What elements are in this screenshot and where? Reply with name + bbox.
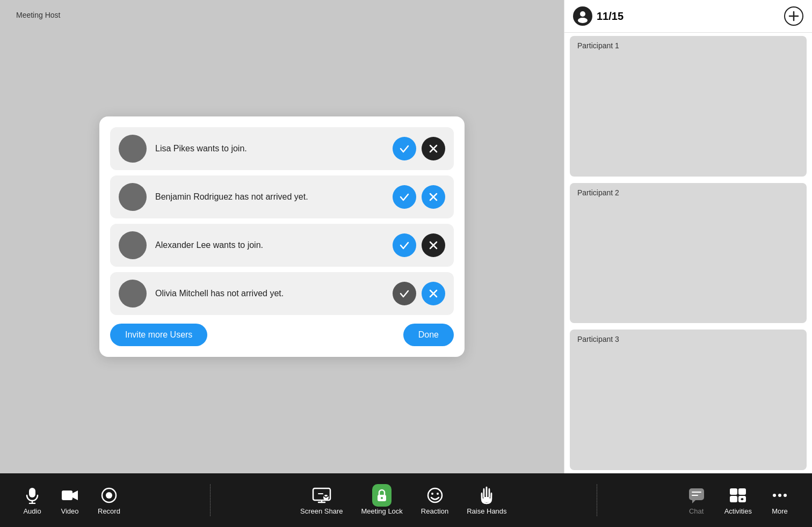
svg-rect-36 xyxy=(689,488,704,500)
svg-rect-13 xyxy=(29,488,35,497)
participant-row: Olivia Mitchell has not arrived yet. xyxy=(110,272,454,315)
participant-name: Benjamin Rodriguez has not arrived yet. xyxy=(155,192,387,202)
microphone-icon xyxy=(23,486,42,505)
chat-button[interactable]: Chat xyxy=(680,481,713,519)
avatar xyxy=(119,135,147,163)
chat-label: Chat xyxy=(689,507,704,515)
activities-button[interactable]: Activities xyxy=(718,481,758,519)
video-area: Meeting Host Lisa Pikes wants to join. B… xyxy=(0,0,564,473)
meeting-lock-icon xyxy=(372,486,392,505)
screen-share-label: Screen Share xyxy=(300,507,343,515)
reaction-label: Reaction xyxy=(421,507,448,515)
accept-button[interactable] xyxy=(393,233,416,257)
participants-icon xyxy=(573,6,592,26)
record-icon xyxy=(99,486,119,505)
svg-point-30 xyxy=(431,493,433,495)
toolbar-divider-left xyxy=(210,484,211,516)
svg-point-19 xyxy=(106,492,112,499)
toolbar-right: Chat Activities xyxy=(680,481,796,519)
screen-share-icon xyxy=(312,486,331,505)
screen-share-button[interactable]: Screen Share xyxy=(294,481,350,519)
record-button[interactable]: Record xyxy=(91,481,127,519)
svg-point-45 xyxy=(773,494,776,497)
reaction-icon xyxy=(425,486,445,505)
participant-row: Alexander Lee wants to join. xyxy=(110,224,454,267)
accept-button[interactable] xyxy=(393,137,416,160)
reaction-button[interactable]: Reaction xyxy=(415,481,455,519)
svg-point-46 xyxy=(778,494,781,497)
avatar xyxy=(119,183,147,211)
decline-button[interactable] xyxy=(422,137,445,160)
svg-point-10 xyxy=(578,18,588,23)
participant-row: Lisa Pikes wants to join. xyxy=(110,127,454,170)
svg-point-44 xyxy=(741,498,743,500)
main-area: Meeting Host Lisa Pikes wants to join. B… xyxy=(0,0,812,473)
more-icon xyxy=(770,486,789,505)
avatar xyxy=(119,231,147,259)
raise-hands-label: Raise Hands xyxy=(467,507,506,515)
record-label: Record xyxy=(98,507,120,515)
svg-rect-16 xyxy=(62,491,73,500)
svg-point-31 xyxy=(437,493,439,495)
meeting-lock-label: Meeting Lock xyxy=(361,507,403,515)
svg-marker-39 xyxy=(692,500,695,503)
video-label: Video xyxy=(61,507,78,515)
svg-marker-17 xyxy=(73,491,78,500)
chat-icon xyxy=(687,486,706,505)
dialog-footer: Invite more Users Done xyxy=(110,324,454,346)
svg-rect-41 xyxy=(738,488,746,495)
decline-button[interactable] xyxy=(422,185,445,209)
decline-button[interactable] xyxy=(422,233,445,257)
participant-name: Alexander Lee wants to join. xyxy=(155,240,387,250)
avatar xyxy=(119,280,147,308)
audio-button[interactable]: Audio xyxy=(16,481,48,519)
activities-label: Activities xyxy=(724,507,752,515)
participant-count: 11/15 xyxy=(597,10,784,23)
audio-label: Audio xyxy=(23,507,41,515)
participant-name: Olivia Mitchell has not arrived yet. xyxy=(155,289,387,298)
participant-name: Lisa Pikes wants to join. xyxy=(155,144,387,153)
sidebar-header: 11/15 xyxy=(564,0,812,33)
done-button[interactable]: Done xyxy=(403,324,454,346)
toolbar-center: Screen Share Meeting Lock xyxy=(294,481,513,519)
raise-hands-icon xyxy=(477,486,496,505)
more-button[interactable]: More xyxy=(764,481,796,519)
sidebar: 11/15 Participant 1 Participant 2 Partic… xyxy=(564,0,812,473)
svg-point-47 xyxy=(784,494,787,497)
invite-more-users-button[interactable]: Invite more Users xyxy=(110,324,207,346)
meeting-host-label: Meeting Host xyxy=(16,11,60,19)
svg-rect-40 xyxy=(730,488,737,495)
participant-dialog: Lisa Pikes wants to join. Benjamin Rodri… xyxy=(99,116,465,357)
participant-tile-2: Participant 2 xyxy=(570,183,807,324)
participant-tile-1: Participant 1 xyxy=(570,36,807,177)
toolbar: Audio Video Record xyxy=(0,473,812,527)
svg-point-29 xyxy=(428,488,442,502)
accept-button[interactable] xyxy=(393,282,416,305)
participant-row: Benjamin Rodriguez has not arrived yet. xyxy=(110,175,454,218)
participant-tile-3: Participant 3 xyxy=(570,330,807,470)
toolbar-left: Audio Video Record xyxy=(16,481,127,519)
add-participant-button[interactable] xyxy=(784,6,803,26)
activities-icon xyxy=(728,486,748,505)
decline-button[interactable] xyxy=(422,282,445,305)
meeting-lock-button[interactable]: Meeting Lock xyxy=(355,481,409,519)
more-label: More xyxy=(772,507,788,515)
accept-button[interactable] xyxy=(393,185,416,209)
toolbar-divider-right xyxy=(597,484,597,516)
video-icon xyxy=(60,486,79,505)
svg-point-9 xyxy=(580,11,585,17)
svg-point-28 xyxy=(381,497,383,499)
raise-hands-button[interactable]: Raise Hands xyxy=(460,481,513,519)
svg-rect-42 xyxy=(730,496,737,502)
video-button[interactable]: Video xyxy=(54,481,86,519)
